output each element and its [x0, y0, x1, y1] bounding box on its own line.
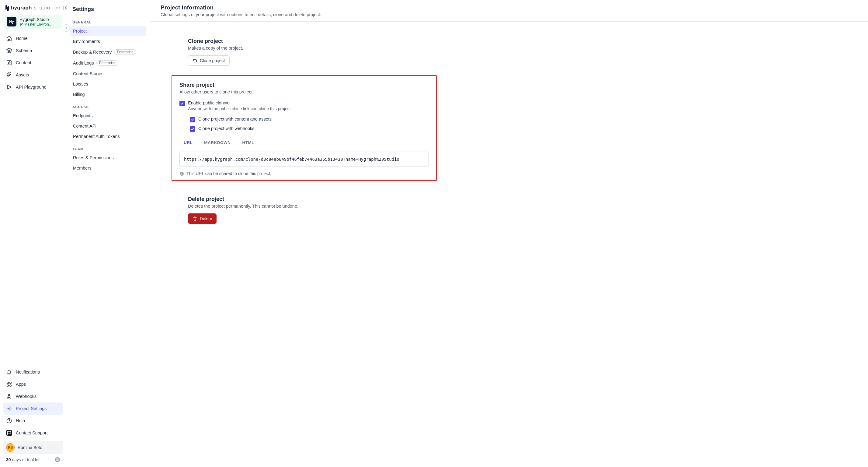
layers-icon	[6, 48, 12, 54]
subnav-locales[interactable]: Locales	[70, 79, 146, 89]
nav-project-settings[interactable]: Project Settings	[3, 403, 63, 415]
page-title: Project Information	[161, 4, 862, 11]
nav-notifications[interactable]: Notifications	[3, 366, 63, 378]
edit-icon	[6, 60, 12, 66]
nav-webhooks[interactable]: Webhooks	[3, 390, 63, 403]
gear-icon	[6, 406, 12, 412]
enable-public-cloning-row[interactable]: Enable public cloning Anyone with the pu…	[180, 99, 429, 112]
enterprise-badge: Enterprise	[114, 49, 136, 55]
svg-rect-9	[7, 385, 8, 386]
checkbox-label: Enable public cloning	[188, 100, 292, 105]
settings-subnav: Settings GENERAL Project Environments Ba…	[66, 0, 150, 467]
nav-contact-support[interactable]: Contact Support	[3, 427, 63, 439]
subnav-content-stages[interactable]: Content Stages	[70, 68, 146, 79]
checkbox-checked-icon[interactable]	[190, 117, 195, 122]
subnav-auth-tokens[interactable]: Permanent Auth Tokens	[70, 131, 146, 142]
project-name: Hygraph Studio	[20, 17, 53, 22]
delete-title: Delete project	[188, 196, 420, 202]
branch-icon	[20, 23, 23, 26]
nav-content[interactable]: Content	[3, 57, 63, 69]
svg-rect-7	[7, 382, 8, 384]
clone-desc: Makes a copy of the project.	[188, 46, 420, 51]
svg-point-21	[182, 172, 182, 173]
user-menu[interactable]: RS Romina Soto	[3, 441, 63, 454]
svg-point-0	[56, 8, 57, 8]
share-project-section: Share project Allow other users to clone…	[180, 82, 429, 176]
clone-title: Clone project	[188, 38, 420, 45]
subnav-roles[interactable]: Roles & Permissions	[70, 152, 146, 163]
enterprise-badge: Enterprise	[96, 60, 119, 66]
checkbox-label: Clone project with content and assets	[198, 117, 272, 121]
svg-point-16	[9, 421, 9, 422]
delete-button[interactable]: Delete	[188, 213, 217, 224]
svg-rect-18	[194, 60, 196, 62]
nav-label: Apps	[16, 382, 26, 387]
nav-label: Contact Support	[16, 431, 48, 435]
checkbox-help: Anyone with the public clone link can cl…	[188, 106, 292, 111]
svg-rect-10	[10, 385, 11, 386]
more-icon[interactable]	[55, 5, 60, 11]
clone-url-field[interactable]: https://app.hygraph.com/clone/d3c84ab649…	[180, 152, 429, 167]
clone-with-content-row[interactable]: Clone project with content and assets	[190, 115, 429, 124]
subnav-members[interactable]: Members	[70, 163, 146, 173]
svg-point-14	[8, 408, 10, 409]
brand-name: hygraph	[11, 5, 32, 11]
nav-label: Schema	[16, 48, 32, 53]
nav-api-playground[interactable]: API Playground	[3, 81, 63, 93]
svg-point-2	[59, 8, 60, 8]
clone-project-button[interactable]: Clone project	[188, 55, 229, 66]
subnav-collapse-button[interactable]	[63, 24, 70, 32]
nav-home[interactable]: Home	[3, 32, 63, 45]
nav-label: Content	[16, 60, 31, 65]
play-icon	[6, 84, 12, 90]
brand-logo[interactable]: hygraph STUDIO	[5, 5, 51, 11]
svg-point-5	[20, 25, 21, 26]
nav-schema[interactable]: Schema	[3, 45, 63, 57]
nav-help[interactable]: Help	[3, 415, 63, 427]
group-team-label: TEAM	[70, 145, 146, 152]
subnav-endpoints[interactable]: Endpoints	[70, 111, 146, 121]
nav-label: Project Settings	[16, 406, 47, 411]
nav-apps[interactable]: Apps	[3, 378, 63, 390]
tab-html[interactable]: HTML	[242, 139, 255, 147]
svg-point-11	[7, 397, 8, 398]
delete-project-section: Delete project Deletes the project perma…	[188, 186, 420, 233]
share-format-tabs: URL MARKDOWN HTML	[183, 139, 429, 147]
subnav-backup-recovery[interactable]: Backup & RecoveryEnterprise	[70, 47, 146, 58]
tab-url[interactable]: URL	[183, 139, 193, 147]
nav-label: Webhooks	[16, 394, 36, 399]
project-environment: Master Environ…	[20, 22, 53, 27]
logo-mark-icon	[5, 5, 10, 11]
page-subtitle: Global settings of your project with opt…	[161, 12, 862, 17]
trash-icon	[192, 216, 197, 221]
project-switcher[interactable]: Hy Hygraph Studio Master Environ…	[4, 14, 62, 29]
share-desc: Allow other users to clone this project.	[180, 89, 429, 94]
group-access-label: ACCESS	[70, 103, 146, 111]
nav-assets[interactable]: Assets	[3, 69, 63, 81]
help-icon	[6, 418, 12, 424]
svg-point-4	[22, 23, 23, 24]
subnav-content-api[interactable]: Content API	[70, 121, 146, 131]
bell-icon	[6, 369, 12, 375]
subnav-audit-logs[interactable]: Audit LogsEnterprise	[70, 58, 146, 68]
delete-desc: Deletes the project permanently. This ca…	[188, 204, 420, 208]
user-name: Romina Soto	[18, 445, 42, 450]
trial-status[interactable]: 30 days of trial left	[3, 454, 63, 463]
webhook-icon	[6, 393, 12, 400]
checkbox-checked-icon[interactable]	[190, 126, 195, 132]
svg-rect-6	[7, 61, 11, 65]
tab-markdown[interactable]: MARKDOWN	[204, 139, 231, 147]
svg-rect-17	[8, 431, 11, 434]
svg-point-1	[57, 8, 58, 8]
subnav-billing[interactable]: Billing	[70, 89, 146, 99]
chat-icon	[6, 430, 12, 436]
svg-rect-8	[10, 382, 11, 384]
checkbox-checked-icon[interactable]	[180, 101, 185, 106]
info-icon	[180, 171, 184, 176]
subnav-project[interactable]: Project	[70, 26, 146, 36]
main-content: Project Information Global settings of y…	[150, 0, 868, 467]
share-hint: This URL can be shared to clone this pro…	[180, 171, 429, 176]
clone-with-webhooks-row[interactable]: Clone project with webhooks	[190, 125, 429, 133]
subnav-environments[interactable]: Environments	[70, 36, 146, 47]
brand-suffix: STUDIO	[34, 6, 50, 10]
